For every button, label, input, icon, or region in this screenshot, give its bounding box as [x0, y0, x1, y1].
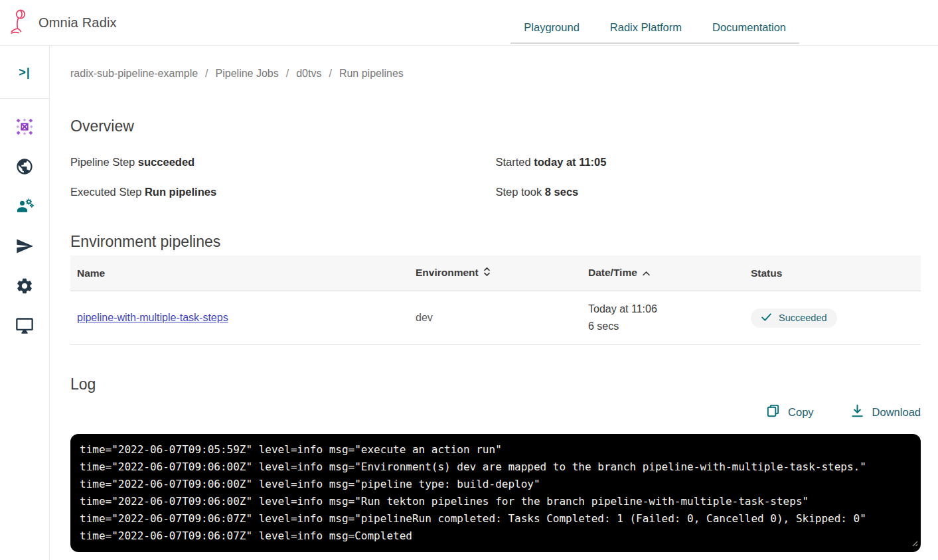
- download-button[interactable]: Download: [850, 402, 921, 422]
- field-value: 8 secs: [545, 186, 578, 198]
- field-value: today at 11:05: [534, 156, 606, 168]
- copy-button[interactable]: Copy: [765, 402, 814, 422]
- sidebar: >|: [0, 46, 50, 560]
- overview-field: Pipeline Step succeeded: [70, 155, 496, 170]
- field-value: succeeded: [138, 156, 195, 168]
- breadcrumb-separator: /: [329, 68, 331, 79]
- status-badge: Succeeded: [751, 309, 837, 328]
- sidebar-expand-icon[interactable]: >|: [19, 66, 31, 80]
- resize-handle[interactable]: [911, 537, 918, 549]
- check-icon: [761, 313, 772, 324]
- environment-cell: dev: [409, 291, 582, 345]
- pipeline-run-link[interactable]: pipeline-with-multiple-task-steps: [77, 312, 228, 323]
- breadcrumb: radix-sub-pipeline-example/Pipeline Jobs…: [70, 67, 921, 80]
- run-duration: 6 secs: [588, 318, 738, 335]
- sort-ascending-icon: [642, 267, 651, 279]
- nav-radix-platform[interactable]: Radix Platform: [610, 21, 682, 34]
- send-icon[interactable]: [15, 237, 34, 255]
- main-content: radix-sub-pipeline-example/Pipeline Jobs…: [50, 46, 938, 560]
- overview-field: Started today at 11:05: [496, 155, 921, 170]
- globe-icon[interactable]: [15, 157, 34, 176]
- environment-pipelines-heading: Environment pipelines: [70, 232, 921, 251]
- overview-field: Step took 8 secs: [496, 184, 921, 200]
- top-nav: Playground Radix Platform Documentation: [510, 21, 799, 44]
- overview-fields: Pipeline Step succeeded Started today at…: [70, 155, 921, 200]
- log-terminal-container: time="2022-06-07T09:05:59Z" level=info m…: [70, 434, 921, 552]
- copy-label: Copy: [788, 406, 814, 419]
- field-value: Run pipelines: [145, 186, 216, 198]
- breadcrumb-app[interactable]: radix-sub-pipeline-example: [70, 68, 198, 79]
- overview-heading: Overview: [70, 116, 921, 136]
- sort-both-icon: [483, 267, 491, 279]
- nav-documentation[interactable]: Documentation: [712, 21, 786, 34]
- download-icon: [850, 403, 865, 421]
- gear-icon[interactable]: [15, 277, 34, 295]
- run-date: Today at 11:06: [588, 301, 738, 318]
- breadcrumb-separator: /: [205, 68, 208, 79]
- brand-home-link[interactable]: Omnia Radix: [7, 8, 117, 38]
- status-label: Succeeded: [779, 313, 827, 323]
- datetime-cell: Today at 11:06 6 secs: [582, 291, 744, 345]
- nav-playground[interactable]: Playground: [524, 21, 579, 34]
- breadcrumb-separator: /: [286, 68, 289, 79]
- download-label: Download: [872, 406, 921, 419]
- field-label: Started: [496, 156, 531, 168]
- breadcrumb-current: Run pipelines: [339, 68, 404, 79]
- column-header-environment[interactable]: Environment: [409, 255, 582, 291]
- log-terminal[interactable]: time="2022-06-07T09:05:59Z" level=info m…: [70, 434, 921, 552]
- field-label: Pipeline Step: [70, 156, 135, 168]
- radix-logo-icon: [7, 8, 32, 38]
- breadcrumb-job-id[interactable]: d0tvs: [296, 68, 321, 79]
- environment-pipelines-table: Name Environment Date/Time Status pipeli…: [70, 255, 921, 345]
- app-grid-icon[interactable]: [15, 117, 34, 136]
- column-header-datetime[interactable]: Date/Time: [582, 255, 744, 291]
- user-gear-icon[interactable]: [15, 197, 34, 216]
- top-bar: Omnia Radix Playground Radix Platform Do…: [0, 0, 938, 46]
- column-header-status: Status: [744, 255, 921, 291]
- sidebar-divider: [0, 98, 49, 99]
- table-row: pipeline-with-multiple-task-steps dev To…: [70, 291, 921, 345]
- copy-icon: [765, 403, 781, 421]
- log-toolbar: Copy Download: [70, 402, 921, 422]
- log-heading: Log: [70, 374, 921, 394]
- field-label: Executed Step: [70, 186, 141, 198]
- column-header-name: Name: [70, 255, 409, 291]
- brand-title: Omnia Radix: [39, 15, 117, 31]
- monitor-icon[interactable]: [15, 316, 34, 335]
- overview-field: Executed Step Run pipelines: [70, 184, 496, 200]
- breadcrumb-pipeline-jobs[interactable]: Pipeline Jobs: [216, 68, 279, 79]
- field-label: Step took: [496, 186, 542, 198]
- table-header-row: Name Environment Date/Time Status: [70, 255, 921, 291]
